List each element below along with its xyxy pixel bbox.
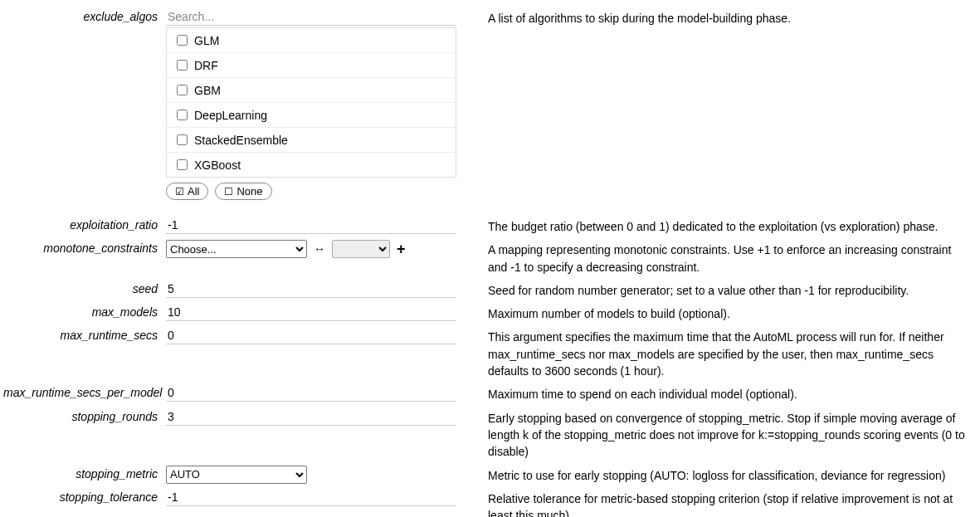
check-icon: ☑: [175, 187, 184, 197]
checkbox[interactable]: [177, 35, 188, 46]
stopping-rounds-input[interactable]: [166, 408, 456, 426]
desc-stopping-metric: Metric to use for early stopping (AUTO: …: [481, 464, 970, 484]
exclude-algos-item[interactable]: GLM: [167, 28, 456, 52]
label-monotone-constraints: monotone_constraints: [3, 238, 166, 255]
add-constraint-button[interactable]: +: [397, 241, 406, 256]
label-max-runtime-secs-per-model: max_runtime_secs_per_model: [3, 383, 166, 399]
desc-exploitation-ratio: The budget ratio (between 0 and 1) dedic…: [481, 215, 970, 235]
max-runtime-secs-per-model-input[interactable]: [166, 384, 456, 402]
label-max-runtime-secs: max_runtime_secs: [3, 325, 166, 342]
uncheck-icon: ☐: [224, 187, 233, 197]
checkbox-label: DRF: [194, 59, 218, 72]
exclude-algos-list: GLM DRF GBM DeepLearning StackedEnsemble…: [166, 27, 456, 178]
label-max-models: max_models: [3, 302, 166, 319]
button-label: All: [188, 185, 199, 198]
label-exploitation-ratio: exploitation_ratio: [3, 215, 166, 232]
seed-input[interactable]: [166, 280, 456, 298]
monotone-value-select[interactable]: [332, 240, 390, 258]
label-exclude-algos: exclude_algos: [3, 7, 166, 23]
checkbox[interactable]: [177, 110, 188, 120]
exclude-algos-item[interactable]: XGBoost: [167, 152, 456, 177]
stopping-tolerance-input[interactable]: [166, 489, 456, 506]
desc-max-runtime-secs: This argument specifies the maximum time…: [481, 325, 970, 379]
label-stopping-tolerance: stopping_tolerance: [3, 487, 166, 504]
desc-max-models: Maximum number of models to build (optio…: [481, 302, 970, 322]
exclude-algos-item[interactable]: DeepLearning: [167, 102, 456, 127]
select-none-button[interactable]: ☐ None: [215, 183, 271, 200]
desc-stopping-tolerance: Relative tolerance for metric-based stop…: [481, 487, 970, 517]
button-label: None: [236, 185, 262, 198]
desc-exclude-algos: A list of algorithms to skip during the …: [481, 7, 970, 27]
stopping-metric-select[interactable]: AUTO: [166, 466, 307, 484]
desc-monotone-constraints: A mapping representing monotonic constra…: [481, 238, 970, 276]
checkbox[interactable]: [177, 60, 188, 71]
select-all-button[interactable]: ☑ All: [166, 183, 208, 200]
checkbox-label: DeepLearning: [194, 109, 267, 122]
monotone-column-select[interactable]: Choose...: [166, 240, 307, 258]
exclude-algos-item[interactable]: GBM: [167, 77, 456, 102]
desc-seed: Seed for random number generator; set to…: [481, 279, 970, 299]
exclude-algos-item[interactable]: DRF: [167, 52, 456, 77]
checkbox[interactable]: [177, 85, 188, 95]
checkbox-label: GLM: [194, 34, 219, 47]
exploitation-ratio-input[interactable]: [166, 217, 456, 234]
checkbox[interactable]: [177, 134, 188, 145]
exclude-algos-search-input[interactable]: [166, 8, 456, 26]
desc-max-runtime-secs-per-model: Maximum time to spend on each individual…: [481, 383, 970, 402]
maps-to-icon: ↔: [314, 242, 325, 256]
label-stopping-metric: stopping_metric: [3, 464, 166, 480]
checkbox[interactable]: [177, 159, 188, 170]
checkbox-label: XGBoost: [194, 159, 241, 172]
label-seed: seed: [3, 279, 166, 295]
max-models-input[interactable]: [166, 304, 456, 321]
desc-stopping-rounds: Early stopping based on convergence of s…: [481, 407, 970, 461]
exclude-algos-item[interactable]: StackedEnsemble: [167, 127, 456, 152]
checkbox-label: StackedEnsemble: [194, 134, 288, 147]
label-stopping-rounds: stopping_rounds: [3, 407, 166, 423]
checkbox-label: GBM: [194, 84, 221, 97]
max-runtime-secs-input[interactable]: [166, 327, 456, 344]
